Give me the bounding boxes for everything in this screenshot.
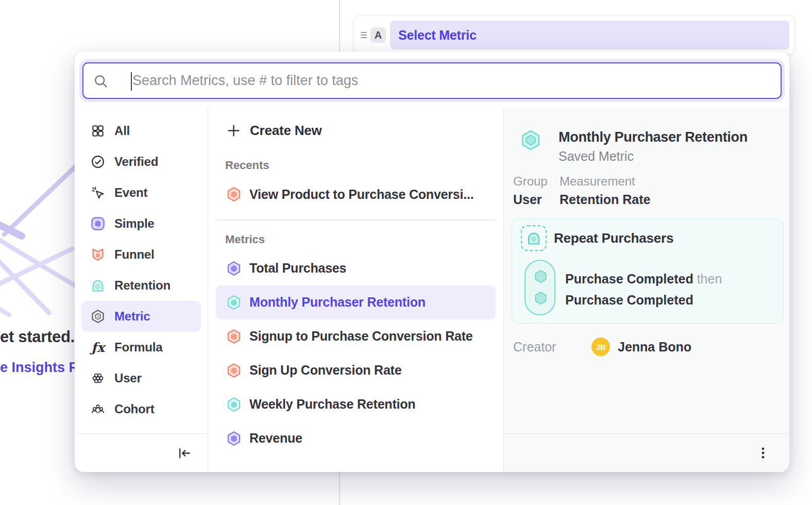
- metric-hexagon-icon: [90, 309, 106, 324]
- metric-item-label: Weekly Purchase Retention: [249, 397, 415, 412]
- metric-item-label: Sign Up Conversion Rate: [249, 363, 401, 378]
- sidebar-item-label: Funnel: [114, 247, 154, 262]
- sidebar-item-label: Verified: [114, 155, 158, 169]
- metric-list-item[interactable]: Total Purchases: [216, 251, 496, 285]
- detail-footer: [504, 433, 789, 472]
- sidebar-item-simple[interactable]: Simple: [81, 208, 201, 239]
- detail-title: Monthly Purchaser Retention: [559, 129, 748, 145]
- metric-list-item[interactable]: Sign Up Conversion Rate: [216, 354, 496, 388]
- sidebar-item-event[interactable]: Event: [81, 177, 201, 208]
- cohort-people-icon: [90, 402, 106, 416]
- step-hexagon-icon: [534, 291, 548, 305]
- creator-label: Creator: [513, 340, 591, 355]
- saved-metric-definition-card: Repeat Purchasers Purchase Completed the…: [512, 218, 784, 324]
- plus-icon: [227, 124, 240, 137]
- collapse-sidebar-icon[interactable]: [177, 446, 191, 460]
- select-metric-button[interactable]: Select Metric: [390, 21, 789, 49]
- recents-section-header: Recents: [225, 159, 503, 172]
- group-label: Group: [513, 174, 560, 189]
- search-input[interactable]: [83, 63, 781, 98]
- metric-item-label: Total Purchases: [249, 261, 346, 276]
- formula-fx-icon: ƒx: [90, 341, 106, 354]
- sidebar-item-all[interactable]: All: [81, 115, 201, 146]
- sidebar-item-label: Cohort: [114, 402, 154, 416]
- sidebar-item-label: All: [114, 124, 130, 138]
- sidebar-item-retention[interactable]: Retention: [81, 270, 201, 301]
- user-cluster-icon: [90, 371, 106, 385]
- sidebar-item-cohort[interactable]: Cohort: [81, 394, 201, 425]
- create-new-label: Create New: [250, 123, 322, 139]
- saved-metric-card-title: Repeat Purchasers: [554, 230, 673, 246]
- step-connector: then: [697, 272, 722, 286]
- retention-hexagon-icon: [226, 295, 242, 310]
- metric-picker-modal: All Verified Event: [75, 52, 789, 472]
- sidebar-footer: [75, 433, 208, 472]
- metric-detail-panel: Monthly Purchaser Retention Saved Metric…: [504, 108, 789, 472]
- retention-metric-icon: [90, 278, 106, 293]
- filter-sidebar: All Verified Event: [75, 108, 208, 472]
- sidebar-item-user[interactable]: User: [81, 363, 201, 394]
- create-new-button[interactable]: Create New: [208, 114, 503, 146]
- recent-item-label: View Product to Purchase Conversi...: [249, 187, 474, 202]
- event-cursor-icon: [90, 186, 106, 200]
- sidebar-item-metric[interactable]: Metric: [81, 301, 201, 332]
- grid-icon: [90, 124, 106, 138]
- metric-list-item[interactable]: Weekly Purchase Retention: [216, 388, 496, 422]
- metric-list-column: Create New Recents View Product to Purch…: [208, 108, 504, 472]
- saved-retention-chip-icon: [521, 225, 547, 251]
- sidebar-item-verified[interactable]: Verified: [81, 146, 201, 177]
- step-two-event: Purchase Completed: [565, 290, 722, 311]
- funnel-hexagon-icon: [226, 329, 242, 344]
- metric-list-item[interactable]: Signup to Purchase Conversion Rate: [216, 319, 496, 354]
- creator-avatar: JB: [591, 338, 610, 356]
- metric-item-label: Signup to Purchase Conversion Rate: [249, 329, 473, 344]
- metric-query-bar: A Select Metric: [353, 15, 795, 55]
- list-divider: [216, 220, 496, 221]
- metric-list-item-selected[interactable]: Monthly Purchaser Retention: [216, 285, 496, 319]
- sidebar-item-label: User: [114, 371, 142, 385]
- verified-badge-icon: [90, 155, 106, 169]
- retention-hexagon-icon: [226, 397, 242, 412]
- more-options-kebab-icon[interactable]: [756, 446, 770, 460]
- funnel-metric-icon: [90, 247, 106, 262]
- metric-item-label: Monthly Purchaser Retention: [249, 295, 426, 310]
- background-headline-fragment: et started.: [0, 328, 75, 346]
- recent-item[interactable]: View Product to Purchase Conversi...: [216, 177, 496, 211]
- metric-list-item[interactable]: Revenue: [216, 422, 496, 456]
- measurement-value: Retention Rate: [560, 192, 650, 207]
- measurement-label: Measurement: [560, 174, 650, 189]
- retention-hexagon-icon-large: [520, 129, 542, 151]
- group-value: User: [513, 192, 560, 207]
- metric-block-letter-badge: A: [370, 27, 386, 43]
- sidebar-item-label: Formula: [114, 340, 162, 355]
- sidebar-item-label: Event: [114, 186, 147, 200]
- metric-item-label: Revenue: [249, 431, 302, 446]
- simple-hexagon-icon: [226, 261, 242, 276]
- metric-search-box[interactable]: [82, 62, 782, 99]
- drag-handle-icon[interactable]: [359, 32, 368, 38]
- simple-metric-icon: [90, 216, 106, 231]
- sidebar-item-label: Simple: [114, 216, 155, 231]
- sidebar-item-funnel[interactable]: Funnel: [81, 239, 201, 270]
- funnel-hexagon-icon: [226, 187, 242, 202]
- step-one-event: Purchase Completed: [565, 272, 693, 286]
- creator-name: Jenna Bono: [618, 340, 691, 355]
- step-hexagon-icon: [534, 270, 548, 283]
- detail-subtitle: Saved Metric: [559, 149, 748, 164]
- sidebar-item-label: Metric: [114, 309, 150, 324]
- sidebar-item-formula[interactable]: ƒx Formula: [81, 332, 201, 363]
- background-report-link-fragment[interactable]: e Insights Re: [0, 360, 87, 376]
- simple-hexagon-icon: [226, 431, 242, 446]
- funnel-hexagon-icon: [226, 363, 242, 378]
- retention-steps-capsule: [525, 260, 555, 315]
- sidebar-item-label: Retention: [114, 278, 171, 293]
- metrics-section-header: Metrics: [225, 233, 503, 246]
